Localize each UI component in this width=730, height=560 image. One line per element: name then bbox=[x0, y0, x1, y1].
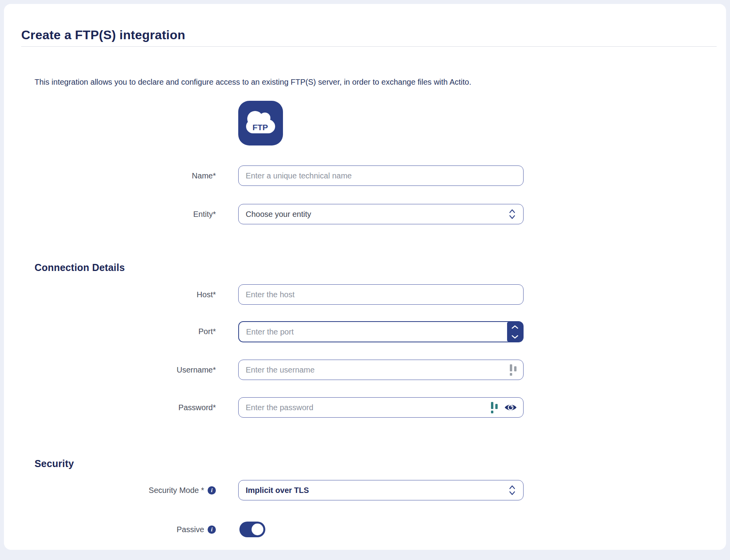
passive-label-text: Passive bbox=[177, 525, 204, 534]
username-label: Username* bbox=[4, 360, 216, 380]
page-title: Create a FTP(S) integration bbox=[21, 28, 185, 42]
port-input[interactable] bbox=[238, 321, 524, 342]
name-label: Name* bbox=[4, 165, 216, 186]
host-row: Host* bbox=[4, 284, 730, 305]
title-divider bbox=[21, 46, 717, 47]
chevron-up-icon bbox=[511, 325, 519, 329]
password-input[interactable] bbox=[238, 397, 524, 418]
section-heading-security: Security bbox=[35, 458, 74, 469]
username-input[interactable] bbox=[238, 360, 524, 380]
port-decrement-button[interactable] bbox=[507, 332, 523, 342]
eye-visibility-icon[interactable] bbox=[504, 402, 517, 413]
port-increment-button[interactable] bbox=[507, 322, 523, 332]
port-number-spinner bbox=[507, 322, 523, 342]
section-heading-connection-details: Connection Details bbox=[35, 262, 125, 273]
passive-label: Passive i bbox=[4, 519, 216, 540]
port-row: Port* bbox=[4, 321, 730, 342]
toggle-knob bbox=[252, 524, 263, 535]
chevron-down-icon bbox=[511, 335, 519, 339]
password-manager-icon-teal[interactable] bbox=[491, 401, 498, 414]
security-mode-label: Security Mode * i bbox=[4, 480, 216, 500]
chevron-up-down-icon bbox=[508, 208, 516, 220]
info-icon[interactable]: i bbox=[208, 525, 216, 534]
ftp-cloud-icon: FTP bbox=[241, 104, 280, 143]
port-label: Port* bbox=[4, 321, 216, 342]
ftp-icon-label: FTP bbox=[252, 123, 268, 132]
integration-description: This integration allows you to declare a… bbox=[35, 78, 623, 87]
security-mode-row: Security Mode * i Implicit over TLS bbox=[4, 480, 730, 500]
security-mode-label-text: Security Mode * bbox=[149, 486, 204, 495]
page-background: Create a FTP(S) integration This integra… bbox=[0, 0, 730, 560]
name-input[interactable] bbox=[238, 165, 524, 186]
host-input[interactable] bbox=[238, 284, 524, 305]
chevron-up-down-icon bbox=[508, 484, 516, 496]
info-icon[interactable]: i bbox=[208, 486, 216, 495]
passive-toggle[interactable] bbox=[239, 522, 265, 537]
password-row: Password* bbox=[4, 397, 730, 418]
password-manager-icon[interactable] bbox=[509, 364, 517, 376]
entity-select[interactable]: Choose your entity bbox=[238, 204, 524, 224]
security-mode-select-value: Implicit over TLS bbox=[246, 486, 309, 495]
passive-row: Passive i bbox=[4, 519, 730, 540]
username-row: Username* bbox=[4, 360, 730, 380]
entity-select-value: Choose your entity bbox=[246, 210, 311, 219]
password-label: Password* bbox=[4, 397, 216, 418]
host-label: Host* bbox=[4, 284, 216, 305]
name-row: Name* bbox=[4, 165, 730, 186]
form-card: Create a FTP(S) integration This integra… bbox=[4, 4, 726, 550]
security-mode-select[interactable]: Implicit over TLS bbox=[238, 480, 524, 500]
entity-row: Entity* Choose your entity bbox=[4, 204, 730, 224]
entity-label: Entity* bbox=[4, 204, 216, 224]
ftp-app-icon: FTP bbox=[238, 101, 283, 145]
